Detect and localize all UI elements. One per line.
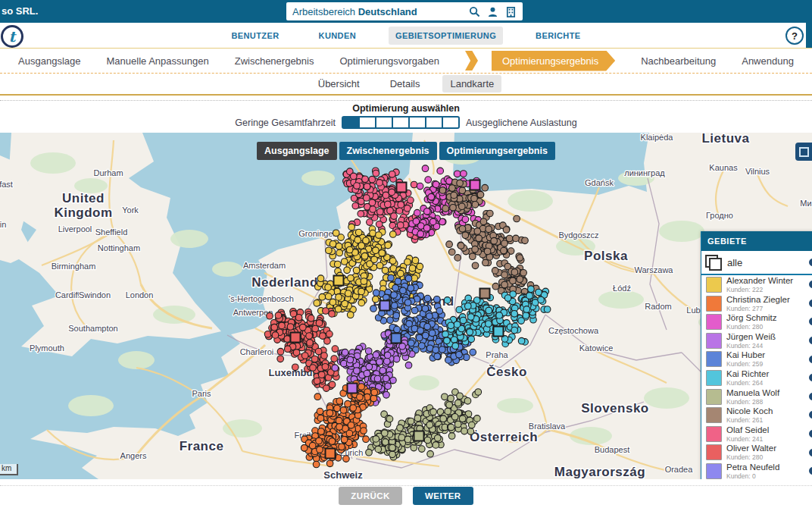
row-handle-dot[interactable] (809, 318, 812, 325)
layers-icon (799, 147, 809, 157)
wizard-step-zwischenergebnis[interactable]: Zwischenergebnis (235, 55, 314, 67)
row-handle-dot[interactable] (809, 337, 812, 344)
gebiete-item-alle[interactable]: alle (701, 251, 812, 275)
row-handle-dot[interactable] (809, 430, 812, 437)
svg-text:Durham: Durham (93, 168, 123, 177)
gebiete-item-alexander-winter[interactable]: Alexander WinterKunden: 222 (701, 275, 812, 294)
gebiete-item-christina-ziegler[interactable]: Christina ZieglerKunden: 277 (701, 294, 812, 313)
row-handle-dot[interactable] (809, 374, 812, 381)
tab-landkarte[interactable]: Landkarte (442, 75, 501, 93)
panel-collapse-tab[interactable] (795, 143, 812, 161)
svg-text:Łódź: Łódź (613, 284, 631, 293)
territory-customer-count: Kunden: 280 (726, 453, 763, 461)
wizard-step-optimierungsvorgaben[interactable]: Optimierungsvorgaben (339, 55, 439, 67)
optimizer-section: Optimierung auswählen Geringe Gesamtfahr… (0, 96, 812, 133)
map-view-button-ausgangslage[interactable]: Ausgangslage (257, 142, 336, 160)
map-canvas[interactable]: fastinDurhamUnitedKingdomYorkLiverpoolSh… (0, 133, 812, 481)
svg-text:in: in (0, 220, 6, 229)
layers-all-icon (705, 255, 722, 270)
optimizer-slider[interactable] (342, 116, 460, 129)
help-button[interactable]: ? (785, 27, 804, 45)
map-view-buttons: AusgangslageZwischenergebnisOptimierungs… (0, 142, 812, 160)
tab-details[interactable]: Details (383, 75, 428, 93)
gebiete-item-kai-huber[interactable]: Kai HuberKunden: 259 (701, 350, 812, 368)
wizard-step-anwendung[interactable]: Anwendung (742, 55, 794, 67)
svg-text:France: France (180, 439, 224, 453)
territory-color-swatch (706, 370, 722, 386)
nav-item-benutzer[interactable]: BENUTZER (224, 27, 286, 45)
optimizer-segment-0[interactable] (342, 116, 360, 129)
optimizer-segment-4[interactable] (408, 116, 426, 129)
optimizer-segment-2[interactable] (375, 116, 393, 129)
svg-text:Praha: Praha (486, 350, 508, 359)
territory-color-swatch (706, 463, 722, 479)
tab--bersicht[interactable]: Übersicht (311, 75, 367, 93)
svg-text:Vilnius: Vilnius (745, 167, 770, 176)
user-icon[interactable] (487, 6, 498, 17)
gebiete-item-oliver-walter[interactable]: Oliver WalterKunden: 280 (701, 443, 812, 462)
gebiete-item-kai-richter[interactable]: Kai RichterKunden: 264 (701, 368, 812, 387)
app-window: so SRL. Arbeitsbereich Deutschland t BEN… (0, 0, 812, 508)
row-handle-dot[interactable] (809, 393, 812, 400)
row-handle-dot[interactable] (809, 299, 812, 307)
territory-name: Alexander Winter (726, 276, 793, 285)
svg-text:UnitedKingdom: UnitedKingdom (54, 191, 112, 220)
wizard-step-optimierungsergebnis[interactable]: Optimierungsergebnis (492, 51, 615, 71)
nav-item-kunden[interactable]: KUNDEN (312, 27, 363, 45)
row-handle-dot[interactable] (809, 449, 812, 456)
map-view-button-zwischenergebnis[interactable]: Zwischenergebnis (339, 142, 437, 160)
gebiete-item-j-rg-schmitz[interactable]: Jörg SchmitzKunden: 280 (701, 312, 812, 331)
row-handle-dot[interactable] (809, 467, 812, 475)
territory-customer-count: Kunden: 241 (726, 435, 763, 443)
gebiete-item-olaf-seidel[interactable]: Olaf SeidelKunden: 241 (701, 425, 812, 444)
gebiete-item-manuela-wolf[interactable]: Manuela WolfKunden: 288 (701, 387, 812, 406)
gebiete-alle-label: alle (727, 257, 742, 268)
svg-text:Groningen: Groningen (298, 229, 337, 238)
wizard-step-manuelle-anpassungen[interactable]: Manuelle Anpassungen (107, 55, 209, 67)
territory-name: Jörg Schmitz (726, 313, 776, 322)
territory-name: Olaf Seidel (726, 425, 769, 434)
nav-items: BENUTZERKUNDENGEBIETSOPTIMIERUNGBERICHTE (0, 23, 812, 48)
main-nav: t BENUTZERKUNDENGEBIETSOPTIMIERUNGBERICH… (0, 23, 812, 49)
territory-customer-count: Kunden: 288 (726, 398, 763, 406)
optimizer-title: Optimierung auswählen (0, 103, 812, 114)
territory-customer-count: Kunden: 222 (726, 286, 763, 293)
territory-customer-count: Kunden: 259 (726, 360, 763, 368)
workspace-value[interactable]: Arbeitsbereich Deutschland (292, 6, 469, 17)
map-view-button-optimierungsergebnis[interactable]: Optimierungsergebnis (439, 142, 555, 160)
territory-name: Christina Ziegler (726, 295, 790, 304)
gebiete-panel: GEBIETE alle Alexander WinterKunden: 222… (701, 231, 812, 481)
svg-text:Nederland: Nederland (251, 275, 318, 290)
territory-color-swatch (706, 444, 722, 460)
gebiete-item-petra-neufeld[interactable]: Petra NeufeldKunden: 0 (701, 462, 812, 481)
dotted-divider (0, 100, 812, 101)
nav-item-gebietsoptimierung[interactable]: GEBIETSOPTIMIERUNG (389, 27, 503, 45)
row-handle-dot[interactable] (809, 281, 812, 288)
wizard-active-chevron-icon (465, 51, 478, 71)
gebiete-item-j-rgen-wei-[interactable]: Jürgen WeißKunden: 244 (701, 331, 812, 350)
territory-customer-count: Kunden: 244 (726, 342, 763, 350)
svg-text:Southampton: Southampton (68, 324, 117, 333)
row-handle-dot[interactable] (809, 356, 812, 363)
optimizer-segment-3[interactable] (392, 116, 410, 129)
optimizer-segment-6[interactable] (442, 116, 460, 129)
building-icon[interactable] (505, 6, 517, 17)
optimizer-segment-1[interactable] (358, 116, 376, 129)
territory-customer-count: Kunden: 264 (726, 379, 763, 387)
svg-text:Cardiff: Cardiff (55, 290, 80, 299)
row-handle-dot[interactable] (809, 411, 812, 419)
row-handle-dot[interactable] (809, 259, 812, 266)
wizard-step-nachbearbeitung[interactable]: Nachbearbeitung (641, 55, 716, 67)
next-button[interactable]: WEITER (413, 487, 473, 505)
gebiete-item-nicole-koch[interactable]: Nicole KochKunden: 261 (701, 406, 812, 425)
back-button[interactable]: ZURÜCK (339, 487, 402, 505)
optimizer-segment-5[interactable] (425, 116, 443, 129)
nav-item-berichte[interactable]: BERICHTE (529, 27, 587, 45)
wizard-steps: AusgangslageManuelle AnpassungenZwischen… (0, 49, 812, 74)
svg-text:лининград: лининград (624, 168, 665, 177)
search-icon[interactable] (469, 6, 480, 17)
svg-text:Sheffield: Sheffield (95, 227, 128, 237)
workspace-search-box[interactable]: Arbeitsbereich Deutschland (286, 2, 523, 20)
svg-text:Warszawa: Warszawa (635, 265, 674, 274)
wizard-step-ausgangslage[interactable]: Ausgangslage (18, 55, 80, 67)
